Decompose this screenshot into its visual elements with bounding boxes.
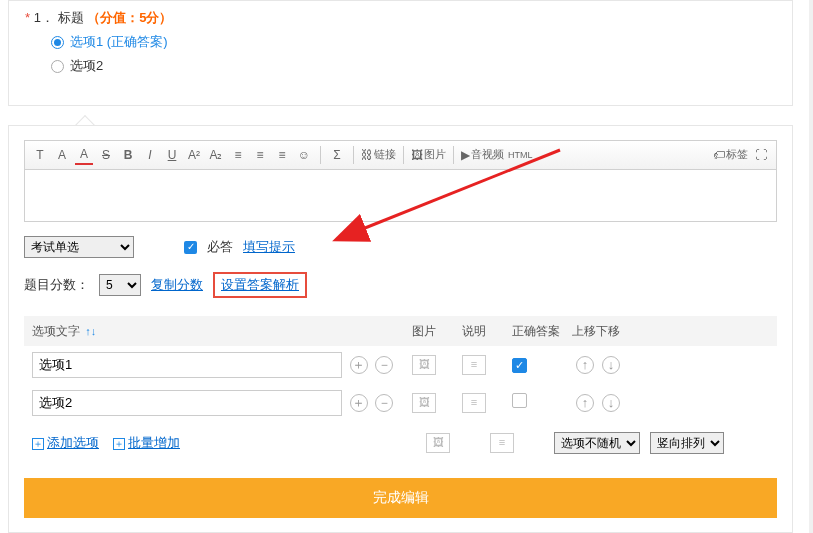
col-move: 上移下移 <box>572 323 769 340</box>
col-option: 选项文字 <box>32 324 80 338</box>
option-text-input[interactable] <box>32 390 342 416</box>
col-correct: 正确答案 <box>512 323 572 340</box>
col-desc: 说明 <box>462 323 512 340</box>
separator <box>353 146 354 164</box>
answer-analysis-highlight: 设置答案解析 <box>213 272 307 298</box>
align-left-icon[interactable]: ≡ <box>229 145 247 165</box>
score-label: 题目分数： <box>24 276 89 294</box>
col-image: 图片 <box>412 323 462 340</box>
rich-text-toolbar: T A A S B I U A² A₂ ≡ ≡ ≡ ☺ Σ ⛓链接 🖼图片 ▶音… <box>24 140 777 170</box>
strikethrough-icon[interactable]: S <box>97 145 115 165</box>
table-row: ＋ － 🖼 ≡ ✓ ↑ ↓ <box>24 346 777 384</box>
scrollbar-edge <box>809 0 813 533</box>
plus-icon: ＋ <box>113 438 125 450</box>
fill-hint-link[interactable]: 填写提示 <box>243 238 295 256</box>
image-icon[interactable]: 🖼 <box>412 355 436 375</box>
add-icon[interactable]: ＋ <box>350 394 368 412</box>
move-up-icon[interactable]: ↑ <box>576 356 594 374</box>
bold-icon[interactable]: B <box>119 145 137 165</box>
underline-icon[interactable]: U <box>163 145 181 165</box>
question-title: 标题 <box>58 10 84 25</box>
image-button[interactable]: 🖼图片 <box>411 145 446 165</box>
radio-icon <box>51 36 64 49</box>
options-footer: ＋添加选项 ＋批量增加 🖼 ≡ 选项不随机 竖向排列 <box>24 422 777 464</box>
align-right-icon[interactable]: ≡ <box>273 145 291 165</box>
editor-panel: T A A S B I U A² A₂ ≡ ≡ ≡ ☺ Σ ⛓链接 🖼图片 ▶音… <box>8 125 793 533</box>
image-icon: 🖼 <box>411 147 423 164</box>
radio-icon <box>51 60 64 73</box>
remove-icon[interactable]: － <box>375 394 393 412</box>
fullscreen-icon[interactable]: ⛶ <box>752 145 770 165</box>
batch-add-link[interactable]: ＋批量增加 <box>113 434 180 452</box>
font-case-icon[interactable]: A <box>53 145 71 165</box>
description-icon[interactable]: ≡ <box>462 355 486 375</box>
media-icon: ▶ <box>461 147 470 164</box>
shuffle-select[interactable]: 选项不随机 <box>554 432 640 454</box>
copy-score-link[interactable]: 复制分数 <box>151 276 203 294</box>
question-preview: * 1． 标题 （分值：5分） 选项1 (正确答案) 选项2 <box>8 0 793 106</box>
score-select[interactable]: 5 <box>99 274 141 296</box>
tag-button[interactable]: 🏷标签 <box>713 145 748 165</box>
link-button[interactable]: ⛓链接 <box>361 145 396 165</box>
option-label: 选项1 (正确答案) <box>70 33 168 51</box>
answer-analysis-link[interactable]: 设置答案解析 <box>221 277 299 292</box>
formula-icon[interactable]: Σ <box>328 145 346 165</box>
add-icon[interactable]: ＋ <box>350 356 368 374</box>
option-text-input[interactable] <box>32 352 342 378</box>
emoji-icon[interactable]: ☺ <box>295 145 313 165</box>
question-score: （分值：5分） <box>87 10 172 25</box>
move-up-icon[interactable]: ↑ <box>576 394 594 412</box>
image-icon[interactable]: 🖼 <box>412 393 436 413</box>
required-label: 必答 <box>207 238 233 256</box>
description-icon[interactable]: ≡ <box>490 433 514 453</box>
table-row: ＋ － 🖼 ≡ ↑ ↓ <box>24 384 777 422</box>
font-family-icon[interactable]: T <box>31 145 49 165</box>
rich-text-editor[interactable] <box>24 170 777 222</box>
preview-option-2[interactable]: 选项2 <box>51 57 776 75</box>
italic-icon[interactable]: I <box>141 145 159 165</box>
required-checkbox[interactable]: ✓ <box>184 241 197 254</box>
move-down-icon[interactable]: ↓ <box>602 394 620 412</box>
preview-option-1[interactable]: 选项1 (正确答案) <box>51 33 776 51</box>
image-icon[interactable]: 🖼 <box>426 433 450 453</box>
plus-icon: ＋ <box>32 438 44 450</box>
question-type-select[interactable]: 考试单选 <box>24 236 134 258</box>
options-table-header: 选项文字 ↑↓ 图片 说明 正确答案 上移下移 <box>24 316 777 346</box>
media-button[interactable]: ▶音视频 <box>461 145 504 165</box>
sort-icon[interactable]: ↑↓ <box>85 325 96 337</box>
required-asterisk: * <box>25 10 30 25</box>
separator <box>453 146 454 164</box>
question-number: 1． <box>34 10 54 25</box>
correct-checkbox[interactable] <box>512 393 527 408</box>
finish-edit-button[interactable]: 完成编辑 <box>24 478 777 518</box>
separator <box>403 146 404 164</box>
align-center-icon[interactable]: ≡ <box>251 145 269 165</box>
font-color-icon[interactable]: A <box>75 145 93 165</box>
option-label: 选项2 <box>70 57 103 75</box>
question-heading: * 1． 标题 （分值：5分） <box>25 9 776 27</box>
separator <box>320 146 321 164</box>
move-down-icon[interactable]: ↓ <box>602 356 620 374</box>
subscript-icon[interactable]: A₂ <box>207 145 225 165</box>
add-option-link[interactable]: ＋添加选项 <box>32 434 99 452</box>
superscript-icon[interactable]: A² <box>185 145 203 165</box>
correct-checkbox[interactable]: ✓ <box>512 358 527 373</box>
layout-select[interactable]: 竖向排列 <box>650 432 724 454</box>
remove-icon[interactable]: － <box>375 356 393 374</box>
description-icon[interactable]: ≡ <box>462 393 486 413</box>
tag-icon: 🏷 <box>713 147 725 164</box>
link-icon: ⛓ <box>361 147 373 164</box>
html-button[interactable]: HTML <box>508 145 533 165</box>
